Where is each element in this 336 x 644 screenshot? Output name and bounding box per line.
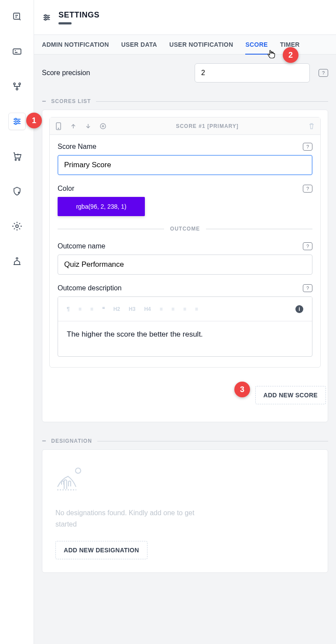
info-icon[interactable]: i xyxy=(295,305,303,313)
annotation-badge-1: 1 xyxy=(26,113,42,128)
sidebar-item-7[interactable] xyxy=(8,217,26,235)
svg-point-9 xyxy=(18,159,20,161)
svg-point-16 xyxy=(58,128,59,129)
section-title: DESIGNATION xyxy=(51,438,92,444)
empty-illustration xyxy=(55,463,90,498)
score-toolbar: SCORE #1 [PRIMARY] xyxy=(50,117,320,135)
annotation-badge-2: 2 xyxy=(283,47,298,63)
main: SETTINGS ADMIN NOTIFICATION USER DATA US… xyxy=(34,0,336,644)
svg-point-12 xyxy=(45,14,46,16)
designation-empty-text: No designations found. Kindly add one to… xyxy=(55,507,213,530)
tab-user-notification[interactable]: USER NOTIFICATION xyxy=(169,41,233,54)
score-precision-input[interactable] xyxy=(195,63,310,83)
rte-align1-icon[interactable]: ≡ xyxy=(160,306,163,312)
outcome-desc-label: Outcome description xyxy=(58,284,122,292)
collapse-icon[interactable]: − xyxy=(42,437,46,445)
svg-point-4 xyxy=(16,88,18,90)
rte-align2-icon[interactable]: ≡ xyxy=(171,306,175,312)
svg-point-2 xyxy=(14,83,15,85)
svg-point-3 xyxy=(19,83,21,85)
plus-circle-icon[interactable] xyxy=(99,123,106,130)
sidebar-item-settings[interactable] xyxy=(8,113,26,130)
add-score-row: 3 ADD NEW SCORE xyxy=(42,375,328,422)
rte-h2-button[interactable]: H2 xyxy=(113,306,120,312)
rte-align4-icon[interactable]: ≡ xyxy=(195,306,198,312)
arrow-up-icon[interactable] xyxy=(70,123,77,130)
svg-point-13 xyxy=(47,17,49,18)
svg-point-6 xyxy=(17,121,19,122)
annotation-badge-3: 3 xyxy=(234,382,250,397)
svg-point-5 xyxy=(15,118,17,120)
outcome-name-input[interactable] xyxy=(58,255,312,275)
sidebar-item-8[interactable] xyxy=(8,252,26,270)
divider xyxy=(97,441,328,441)
rte-h4-button[interactable]: H4 xyxy=(144,306,151,312)
section-designation: − DESIGNATION xyxy=(34,431,336,449)
rte-toolbar: ¶ ≡ ≡ ❝ H2 H3 H4 ≡ ≡ ≡ xyxy=(58,297,312,321)
section-scores-list: − SCORES LIST xyxy=(34,91,336,110)
rte-paragraph-icon[interactable]: ¶ xyxy=(67,306,70,312)
content: Score precision ? − SCORES LIST xyxy=(34,55,336,644)
device-icon[interactable] xyxy=(55,123,62,130)
add-new-designation-button[interactable]: ADD NEW DESIGNATION xyxy=(55,541,147,559)
color-label: Color xyxy=(58,185,74,193)
page-title: SETTINGS xyxy=(58,10,99,20)
score-name-input[interactable] xyxy=(58,155,312,175)
sidebar-item-3[interactable] xyxy=(8,78,26,95)
score-precision-label: Score precision xyxy=(42,69,186,77)
sidebar-item-5[interactable] xyxy=(8,148,26,165)
divider xyxy=(206,229,312,229)
settings-icon xyxy=(42,13,51,22)
section-title: SCORES LIST xyxy=(51,98,91,104)
svg-rect-0 xyxy=(14,13,20,19)
arrow-down-icon[interactable] xyxy=(85,123,92,130)
rte-h3-button[interactable]: H3 xyxy=(129,306,135,312)
divider xyxy=(58,229,164,229)
outcome-description-text[interactable]: The higher the score the better the resu… xyxy=(58,321,312,356)
outcome-title: OUTCOME xyxy=(170,226,200,232)
outcome-name-label: Outcome name xyxy=(58,242,105,250)
rte-list2-icon[interactable]: ≡ xyxy=(90,306,93,312)
designation-panel: No designations found. Kindly add one to… xyxy=(42,449,328,573)
score-card: SCORE #1 [PRIMARY] Score Name ? xyxy=(49,117,321,368)
header: SETTINGS xyxy=(34,0,336,35)
sidebar xyxy=(0,0,34,644)
tab-user-data[interactable]: USER DATA xyxy=(121,41,157,54)
divider xyxy=(96,101,328,102)
help-icon[interactable]: ? xyxy=(319,69,328,77)
sidebar-item-6[interactable] xyxy=(8,183,26,200)
color-picker[interactable]: rgba(96, 2, 238, 1) xyxy=(58,197,145,216)
svg-point-8 xyxy=(15,159,16,161)
help-icon[interactable]: ? xyxy=(303,242,312,250)
add-new-score-button[interactable]: ADD NEW SCORE xyxy=(255,386,326,404)
svg-point-7 xyxy=(15,123,17,124)
outcome-subhead: OUTCOME xyxy=(58,226,312,232)
sidebar-item-2[interactable] xyxy=(8,43,26,60)
svg-rect-1 xyxy=(13,49,21,54)
help-icon[interactable]: ? xyxy=(303,185,312,193)
collapse-icon[interactable]: − xyxy=(42,97,46,105)
score-name-label: Score Name xyxy=(58,143,96,151)
cursor-icon xyxy=(267,49,276,59)
trash-icon[interactable] xyxy=(308,123,315,130)
title-underline xyxy=(58,22,72,24)
outcome-description-editor: ¶ ≡ ≡ ❝ H2 H3 H4 ≡ ≡ ≡ xyxy=(58,296,312,357)
rte-quote-icon[interactable]: ❝ xyxy=(102,306,105,312)
svg-point-11 xyxy=(16,225,18,227)
rte-align3-icon[interactable]: ≡ xyxy=(183,306,186,312)
svg-point-18 xyxy=(75,468,81,473)
rte-list-icon[interactable]: ≡ xyxy=(79,306,82,312)
svg-point-14 xyxy=(45,18,46,20)
svg-point-10 xyxy=(18,192,19,193)
tab-admin-notification[interactable]: ADMIN NOTIFICATION xyxy=(42,41,109,54)
tab-score[interactable]: SCORE xyxy=(245,41,267,54)
sidebar-item-1[interactable] xyxy=(8,8,26,25)
score-card-title: SCORE #1 [PRIMARY] xyxy=(106,123,308,129)
help-icon[interactable]: ? xyxy=(303,143,312,151)
help-icon[interactable]: ? xyxy=(303,284,312,292)
scores-panel: SCORE #1 [PRIMARY] Score Name ? xyxy=(42,110,328,422)
